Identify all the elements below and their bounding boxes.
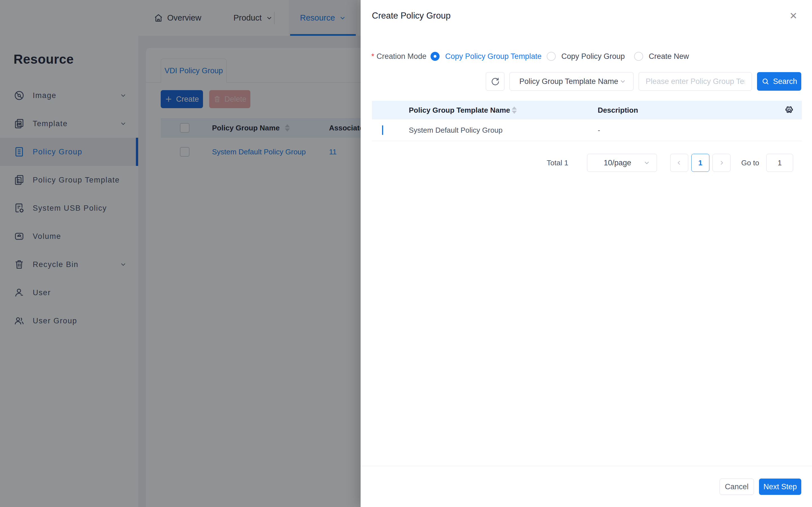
radio-label: Create New xyxy=(649,52,689,61)
drawer-title: Create Policy Group xyxy=(372,11,451,21)
close-icon[interactable]: ✕ xyxy=(787,10,800,22)
radio-copy-policy-group[interactable]: Copy Policy Group xyxy=(547,50,625,62)
pagination: Total 1 10/page 1 Go to xyxy=(361,154,812,172)
radio-label: Copy Policy Group Template xyxy=(445,52,542,61)
drawer-footer: Cancel Next Step xyxy=(361,466,812,507)
required-asterisk: * xyxy=(371,52,374,61)
chevron-right-icon xyxy=(718,159,725,166)
radio-selected-icon xyxy=(430,52,440,61)
filter-row: Policy Group Template Name Search xyxy=(361,72,812,91)
prev-page-button[interactable] xyxy=(670,154,688,172)
row-checkbox-checked[interactable] xyxy=(382,125,383,135)
next-step-button[interactable]: Next Step xyxy=(759,478,801,495)
chevron-down-icon xyxy=(619,78,626,85)
sort-control[interactable] xyxy=(512,107,517,114)
radio-unselected-icon xyxy=(634,52,643,61)
creation-mode-label: * Creation Mode xyxy=(371,50,426,62)
search-field-select[interactable]: Policy Group Template Name xyxy=(509,72,633,91)
create-policy-group-drawer: Create Policy Group ✕ * Creation Mode Co… xyxy=(361,0,812,507)
radio-label: Copy Policy Group xyxy=(561,52,625,61)
app-root: Overview Product Resource Resource Image… xyxy=(0,0,812,507)
search-icon xyxy=(761,77,770,86)
template-description: - xyxy=(598,126,776,135)
page-size-value: 10/page xyxy=(604,159,631,167)
column-description: Description xyxy=(598,106,776,115)
radio-create-new[interactable]: Create New xyxy=(634,50,689,62)
caret-down-icon xyxy=(512,111,517,114)
goto-label: Go to xyxy=(741,154,759,172)
next-page-button[interactable] xyxy=(712,154,730,172)
template-name[interactable]: System Default Policy Group xyxy=(409,126,502,135)
page-size-select[interactable]: 10/page xyxy=(587,154,657,172)
search-button[interactable]: Search xyxy=(757,72,801,91)
goto-page-input[interactable] xyxy=(766,154,793,172)
gear-icon[interactable] xyxy=(784,105,794,115)
template-table-row: System Default Policy Group - xyxy=(372,119,802,141)
next-step-button-label: Next Step xyxy=(763,483,797,491)
cancel-button[interactable]: Cancel xyxy=(719,478,754,495)
caret-up-icon xyxy=(512,107,517,110)
cancel-button-label: Cancel xyxy=(725,483,749,491)
page-number-button[interactable]: 1 xyxy=(691,154,709,172)
search-input[interactable] xyxy=(639,72,752,91)
chevron-down-icon xyxy=(643,159,651,166)
chevron-left-icon xyxy=(676,159,682,166)
refresh-button[interactable] xyxy=(486,72,504,91)
template-table: Policy Group Template Name Description S… xyxy=(372,101,802,141)
radio-unselected-icon xyxy=(547,52,556,61)
refresh-icon xyxy=(490,76,500,86)
template-table-header: Policy Group Template Name Description xyxy=(372,101,802,119)
pagination-total: Total 1 xyxy=(547,154,568,172)
radio-copy-policy-group-template[interactable]: Copy Policy Group Template xyxy=(430,50,542,62)
search-field-value: Policy Group Template Name xyxy=(519,77,618,86)
column-template-name: Policy Group Template Name xyxy=(409,106,510,115)
search-button-label: Search xyxy=(773,77,797,86)
creation-mode-row: * Creation Mode Copy Policy Group Templa… xyxy=(361,50,812,62)
